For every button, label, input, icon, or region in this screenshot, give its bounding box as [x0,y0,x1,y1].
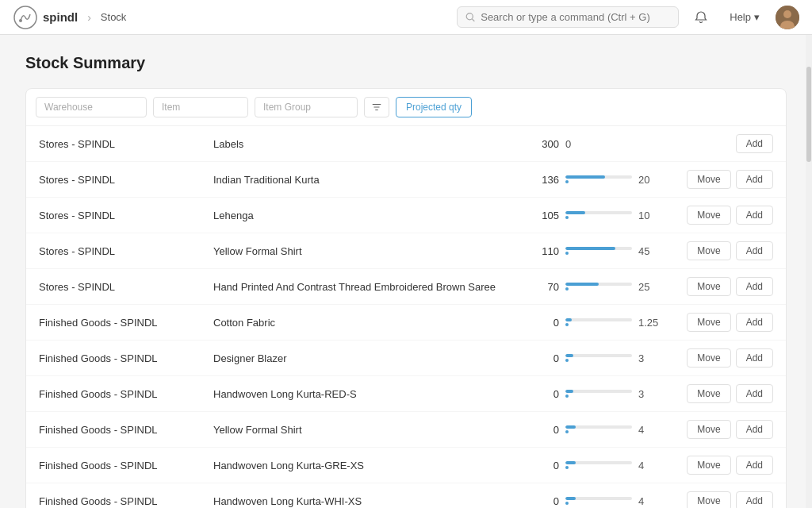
qty-current: 0 [535,495,559,507]
table-row: Finished Goods - SPINDL Cotton Fabric 0 … [26,305,786,341]
warehouse-cell: Stores - SPINDL [39,245,213,257]
move-button[interactable]: Move [687,206,730,225]
qty-projected: 3 [638,388,662,400]
qty-cell: 0 4 [535,495,662,507]
scrollbar-thumb[interactable] [806,67,811,162]
help-label: Help [730,11,751,23]
warehouse-cell: Finished Goods - SPINDL [39,317,213,329]
qty-cell: 0 4 [535,460,662,471]
qty-bar [565,354,632,362]
move-button[interactable]: Move [687,456,730,475]
warehouse-cell: Finished Goods - SPINDL [39,388,213,400]
qty-cell: 0 4 [535,424,662,436]
qty-projected: 4 [638,495,662,507]
item-cell: Handwoven Long Kurta-WHI-XS [213,495,535,507]
warehouse-cell: Finished Goods - SPINDL [39,460,213,471]
add-button[interactable]: Add [736,420,773,439]
qty-current: 110 [535,245,559,257]
qty-current: 136 [535,174,559,186]
svg-point-1 [19,19,22,22]
qty-projected: 25 [638,281,662,293]
warehouse-cell: Finished Goods - SPINDL [39,495,213,507]
item-cell: Yellow Formal Shirt [213,245,535,257]
item-cell: Cotton Fabric [213,317,535,329]
move-button[interactable]: Move [687,420,730,439]
item-filter[interactable] [153,97,248,117]
action-buttons: Move Add [662,384,773,403]
stock-rows-container: Stores - SPINDL Labels 300 0 Add Stores … [26,126,786,508]
avatar-icon [776,6,799,29]
add-button[interactable]: Add [736,456,773,475]
scrollbar[interactable] [806,35,812,508]
move-button[interactable]: Move [687,491,730,508]
move-button[interactable]: Move [687,170,730,189]
add-button[interactable]: Add [736,241,773,260]
breadcrumb: Stock [101,11,127,23]
move-button[interactable]: Move [687,384,730,403]
add-button[interactable]: Add [736,277,773,296]
qty-bar [565,425,632,433]
qty-bar [565,318,632,326]
action-buttons: Move Add [662,170,773,189]
qty-projected: 1.25 [638,317,662,329]
table-row: Stores - SPINDL Lehenga 105 10 Move Add [26,198,786,233]
search-input[interactable] [481,11,670,23]
brand-name: spindl [43,10,78,24]
move-button[interactable]: Move [687,241,730,260]
qty-projected: 4 [638,424,662,436]
table-row: Stores - SPINDL Hand Printed And Contras… [26,269,786,305]
warehouse-filter[interactable] [36,97,147,117]
help-button[interactable]: Help ▾ [723,8,766,26]
qty-cell: 105 10 [535,210,662,221]
action-buttons: Move Add [662,206,773,225]
move-button[interactable]: Move [687,348,730,368]
item-group-filter[interactable] [255,97,358,117]
qty-current: 0 [535,317,559,329]
add-button[interactable]: Add [736,348,773,368]
filter-sort-button[interactable] [364,97,389,117]
add-button[interactable]: Add [736,134,773,153]
qty-bar [565,175,632,183]
add-button[interactable]: Add [736,313,773,332]
action-buttons: Move Add [662,420,773,439]
qty-current: 0 [535,424,559,436]
add-button[interactable]: Add [736,170,773,189]
qty-projected: 3 [638,352,662,364]
svg-line-3 [473,19,475,21]
move-button[interactable]: Move [687,277,730,296]
qty-cell: 136 20 [535,174,662,186]
brand-logo[interactable]: spindl [13,5,78,30]
notifications-button[interactable] [688,8,714,27]
qty-current: 0 [535,460,559,471]
item-cell: Hand Printed And Contrast Thread Embroid… [213,281,535,293]
main-content: Stock Summary Projected qty Stores - SPI… [0,35,812,508]
action-buttons: Move Add [662,241,773,260]
table-row: Finished Goods - SPINDL Handwoven Long K… [26,376,786,412]
warehouse-cell: Stores - SPINDL [39,281,213,293]
warehouse-cell: Stores - SPINDL [39,210,213,221]
action-buttons: Add [662,134,773,153]
svg-point-5 [783,10,791,18]
action-buttons: Move Add [662,313,773,332]
item-cell: Indian Traditional Kurta [213,174,535,186]
add-button[interactable]: Add [736,384,773,403]
projected-qty-button[interactable]: Projected qty [396,97,472,117]
action-buttons: Move Add [662,348,773,368]
search-bar[interactable] [457,6,679,28]
qty-cell: 0 1.25 [535,317,662,329]
warehouse-cell: Finished Goods - SPINDL [39,424,213,436]
qty-bar [565,247,632,255]
move-button[interactable]: Move [687,313,730,332]
table-row: Finished Goods - SPINDL Yellow Formal Sh… [26,412,786,448]
qty-cell: 70 25 [535,281,662,293]
table-row: Finished Goods - SPINDL Handwoven Long K… [26,483,786,508]
qty-current: 300 [535,138,559,150]
add-button[interactable]: Add [736,491,773,508]
qty-bar [565,461,632,469]
avatar[interactable] [776,6,799,29]
item-cell: Designer Blazer [213,352,535,364]
item-cell: Labels [213,138,535,150]
item-cell: Handwoven Long Kurta-GRE-XS [213,460,535,471]
qty-current: 0 [535,352,559,364]
add-button[interactable]: Add [736,206,773,225]
